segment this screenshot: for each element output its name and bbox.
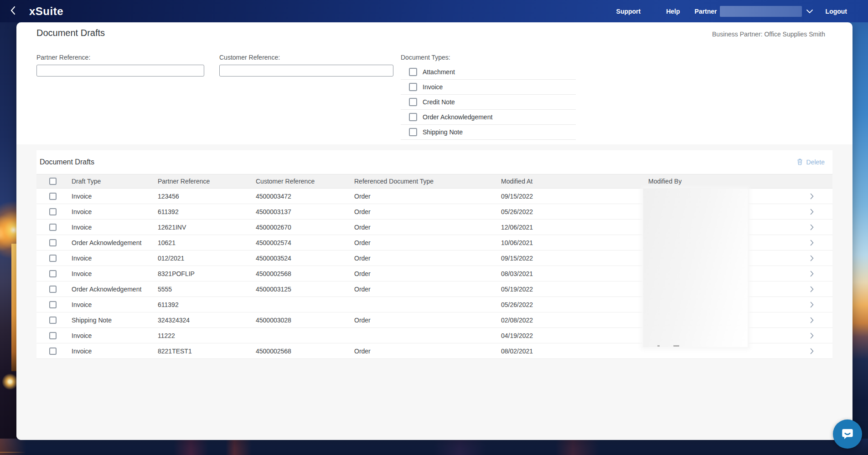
row-checkbox[interactable] — [49, 208, 57, 215]
column-header-modified-at[interactable]: Modified At — [497, 178, 645, 185]
partner-selector[interactable]: Partner — [695, 6, 813, 17]
chevron-right-icon[interactable] — [806, 255, 832, 261]
chevron-right-icon[interactable] — [806, 193, 832, 199]
cell-partner-reference: 8221TEST1 — [154, 348, 252, 355]
cell-customer-reference: 4500003524 — [252, 255, 351, 262]
page-header: Document Drafts Business Partner: Office… — [16, 22, 852, 45]
cell-partner-reference: 324324324 — [154, 317, 252, 324]
document-type-checkbox[interactable] — [409, 68, 417, 76]
cell-modified-at: 05/26/2022 — [497, 208, 645, 215]
document-type-checkbox[interactable] — [409, 113, 417, 121]
cell-draft-type: Invoice — [68, 270, 154, 277]
cell-referenced-document-type: Order — [351, 255, 497, 262]
document-type-checkbox[interactable] — [409, 128, 417, 136]
cell-customer-reference: 4500003137 — [252, 208, 351, 215]
cell-partner-reference: 123456 — [154, 193, 252, 200]
chevron-right-icon[interactable] — [806, 302, 832, 308]
cell-draft-type: Invoice — [68, 301, 154, 308]
chevron-right-icon[interactable] — [806, 286, 832, 292]
column-header-customer-reference[interactable]: Customer Reference — [252, 178, 351, 185]
trash-icon — [796, 158, 803, 167]
cell-customer-reference: 4500002670 — [252, 224, 351, 231]
help-link[interactable]: Help — [666, 8, 680, 15]
column-header-modified-by[interactable]: Modified By — [645, 178, 806, 185]
document-type-option[interactable]: Shipping Note — [401, 125, 576, 140]
cell-draft-type: Invoice — [68, 224, 154, 231]
partner-reference-input[interactable] — [36, 65, 204, 77]
row-checkbox[interactable] — [49, 224, 57, 231]
partner-reference-label: Partner Reference: — [36, 54, 90, 61]
select-all-checkbox[interactable] — [49, 178, 57, 185]
table-toolbar: Document Drafts Delete — [36, 150, 832, 174]
document-types-list: AttachmentInvoiceCredit NoteOrder Acknow… — [401, 65, 576, 140]
row-checkbox[interactable] — [49, 239, 57, 246]
chat-launcher-button[interactable] — [833, 419, 862, 449]
document-type-label: Credit Note — [423, 98, 455, 106]
cell-draft-type: Invoice — [68, 208, 154, 215]
chevron-left-icon — [10, 6, 16, 16]
row-checkbox[interactable] — [49, 317, 57, 324]
page-title: Document Drafts — [36, 28, 105, 38]
row-checkbox[interactable] — [49, 286, 57, 293]
row-checkbox[interactable] — [49, 193, 57, 200]
cell-modified-at: 09/15/2022 — [497, 255, 645, 262]
top-nav: Support Help Partner Logout — [616, 6, 868, 17]
back-button[interactable] — [10, 6, 19, 17]
logout-link[interactable]: Logout — [826, 8, 847, 15]
column-header-referenced-document-type[interactable]: Referenced Document Type — [351, 178, 497, 185]
table-body: Invoice1234564500003472Order09/15/2022In… — [36, 189, 832, 359]
cell-customer-reference: 4500003028 — [252, 317, 351, 324]
column-header-draft-type[interactable]: Draft Type — [68, 178, 154, 185]
chevron-right-icon[interactable] — [806, 332, 832, 339]
document-type-option[interactable]: Order Acknowledgement — [401, 110, 576, 125]
chevron-down-icon — [806, 10, 813, 13]
cell-partner-reference: 11222 — [154, 332, 252, 339]
cell-draft-type: Order Acknowledgement — [68, 239, 154, 246]
chevron-right-icon[interactable] — [806, 224, 832, 230]
redaction-artifact — [673, 345, 679, 347]
filter-bar: Partner Reference: Customer Reference: D… — [16, 45, 852, 144]
cell-draft-type: Invoice — [68, 332, 154, 339]
table-header-row: Draft Type Partner Reference Customer Re… — [36, 174, 832, 189]
chat-bubble-icon — [840, 426, 855, 443]
document-type-option[interactable]: Credit Note — [401, 95, 576, 110]
cell-modified-at: 09/15/2022 — [497, 193, 645, 200]
row-checkbox[interactable] — [49, 270, 57, 277]
customer-reference-label: Customer Reference: — [219, 54, 280, 61]
cell-customer-reference: 4500003472 — [252, 193, 351, 200]
background-photo-bottom — [0, 439, 868, 455]
row-checkbox[interactable] — [49, 332, 57, 339]
chevron-right-icon[interactable] — [806, 240, 832, 246]
background-lamp-post — [11, 244, 16, 371]
document-type-checkbox[interactable] — [409, 83, 417, 91]
cell-modified-at: 10/06/2021 — [497, 239, 645, 246]
cell-partner-reference: 5555 — [154, 286, 252, 293]
content-area: Document Drafts Delete Draft Type Partne — [16, 144, 852, 440]
chevron-right-icon[interactable] — [806, 348, 832, 354]
delete-button[interactable]: Delete — [794, 158, 827, 167]
cell-modified-at: 05/26/2022 — [497, 301, 645, 308]
document-type-label: Invoice — [423, 83, 443, 91]
row-checkbox[interactable] — [49, 301, 57, 308]
cell-modified-at: 05/19/2022 — [497, 286, 645, 293]
cell-referenced-document-type: Order — [351, 208, 497, 215]
chevron-right-icon[interactable] — [806, 317, 832, 323]
document-type-checkbox[interactable] — [409, 98, 417, 106]
cell-draft-type: Order Acknowledgement — [68, 286, 154, 293]
chevron-right-icon[interactable] — [806, 271, 832, 277]
row-checkbox[interactable] — [49, 255, 57, 262]
document-types-label: Document Types: — [401, 54, 450, 61]
row-checkbox[interactable] — [49, 348, 57, 355]
modified-by-redaction-blur — [643, 189, 748, 347]
cell-partner-reference: 012/2021 — [154, 255, 252, 262]
support-link[interactable]: Support — [616, 8, 641, 15]
customer-reference-input[interactable] — [219, 65, 393, 77]
chevron-right-icon[interactable] — [806, 209, 832, 215]
cell-referenced-document-type: Order — [351, 224, 497, 231]
document-type-option[interactable]: Attachment — [401, 65, 576, 80]
document-type-option[interactable]: Invoice — [401, 80, 576, 95]
app-logo: xSuite — [29, 5, 63, 18]
document-type-label: Shipping Note — [423, 128, 463, 136]
cell-referenced-document-type: Order — [351, 317, 497, 324]
column-header-partner-reference[interactable]: Partner Reference — [154, 178, 252, 185]
